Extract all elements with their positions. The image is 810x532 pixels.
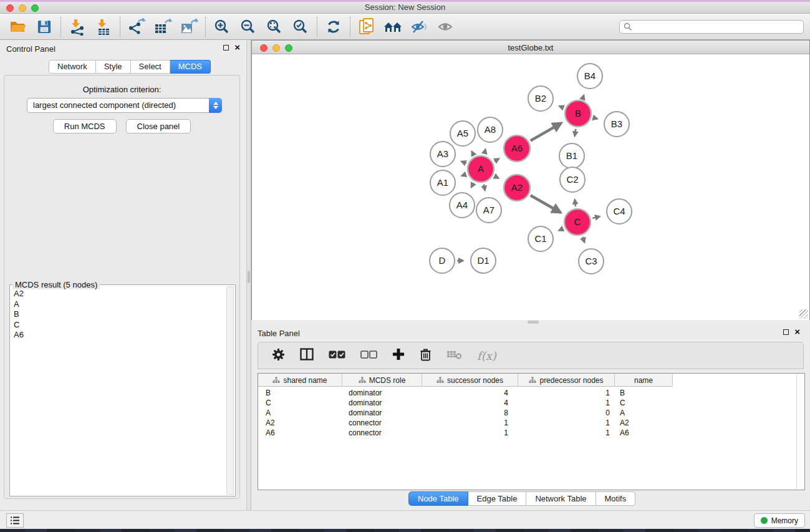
cell-predecessor-nodes[interactable]: 1 xyxy=(518,398,615,408)
table-row[interactable]: A dominator 8 0 A xyxy=(258,408,673,418)
tab-style[interactable]: Style xyxy=(96,60,131,74)
export-network-icon[interactable] xyxy=(123,16,150,38)
memory-button[interactable]: Memory xyxy=(754,513,805,528)
cell-mcds-role[interactable]: connector xyxy=(342,428,422,438)
cell-shared-name[interactable]: A6 xyxy=(258,428,342,438)
tab-mcds[interactable]: MCDS xyxy=(170,60,211,74)
edge-A-A5[interactable] xyxy=(472,152,474,155)
task-history-button[interactable] xyxy=(6,513,24,528)
save-icon[interactable] xyxy=(31,16,57,38)
edge-B-B4[interactable] xyxy=(583,95,584,99)
cell-predecessor-nodes[interactable]: 1 xyxy=(518,388,615,398)
cell-mcds-role[interactable]: dominator xyxy=(342,408,422,418)
table-settings-gear-icon[interactable] xyxy=(272,348,285,364)
close-panel-icon[interactable]: × xyxy=(234,44,240,51)
cell-name[interactable]: A xyxy=(615,408,673,418)
edge-A-A3[interactable] xyxy=(461,162,466,163)
edge-C-C4[interactable] xyxy=(592,216,600,218)
cell-successor-nodes[interactable]: 8 xyxy=(422,408,518,418)
cell-mcds-role[interactable]: dominator xyxy=(342,398,422,408)
export-table-icon[interactable] xyxy=(150,16,176,38)
edge-B-B2[interactable] xyxy=(559,106,564,108)
first-neighbors-icon[interactable] xyxy=(380,16,406,38)
column-header-predecessor-nodes[interactable]: predecessor nodes xyxy=(518,374,615,387)
edge-C-C1[interactable] xyxy=(559,228,563,230)
search-field[interactable] xyxy=(619,20,804,34)
cell-shared-name[interactable]: B xyxy=(258,388,342,398)
open-folder-icon[interactable] xyxy=(5,16,31,38)
edge-B-B3[interactable] xyxy=(593,118,597,119)
hide-selected-eye-icon[interactable] xyxy=(406,16,432,38)
cell-name[interactable]: C xyxy=(615,398,673,408)
edge-C-C3[interactable] xyxy=(582,237,584,243)
export-image-icon[interactable] xyxy=(176,16,202,38)
column-header-shared-name[interactable]: shared name xyxy=(258,374,342,387)
table-row[interactable]: A2 connector 1 1 A2 xyxy=(258,418,673,428)
tab-motifs[interactable]: Motifs xyxy=(596,491,636,506)
refresh-layout-icon[interactable] xyxy=(321,16,347,38)
edge-C-C2[interactable] xyxy=(575,200,576,206)
tab-select[interactable]: Select xyxy=(131,60,170,74)
table-scrollbar[interactable] xyxy=(796,374,804,489)
cell-predecessor-nodes[interactable]: 1 xyxy=(518,418,615,428)
result-item[interactable]: A6 xyxy=(11,330,225,341)
edge-A6-B[interactable] xyxy=(531,123,561,140)
create-column-plus-icon[interactable] xyxy=(392,348,405,363)
close-table-panel-icon[interactable]: × xyxy=(794,328,800,336)
column-header-mcds-role[interactable]: MCDS role xyxy=(342,374,422,387)
close-panel-button[interactable]: Close panel xyxy=(126,119,191,133)
result-item[interactable]: A2 xyxy=(11,289,225,299)
cell-name[interactable]: A6 xyxy=(615,428,673,438)
column-header-name[interactable]: name xyxy=(615,374,673,387)
criterion-select[interactable]: largest connected component (directed) xyxy=(27,98,222,113)
cell-successor-nodes[interactable]: 4 xyxy=(422,398,518,408)
tab-network-table[interactable]: Network Table xyxy=(526,491,595,506)
column-header-successor-nodes[interactable]: successor nodes xyxy=(422,374,518,387)
cell-mcds-role[interactable]: connector xyxy=(342,418,422,428)
show-all-eye-icon[interactable] xyxy=(432,16,458,38)
cell-successor-nodes[interactable]: 4 xyxy=(422,388,518,398)
result-scrollbar[interactable] xyxy=(226,286,234,495)
cell-successor-nodes[interactable]: 1 xyxy=(422,418,518,428)
import-network-icon[interactable] xyxy=(64,16,90,38)
tab-network[interactable]: Network xyxy=(49,60,96,74)
edge-B-B1[interactable] xyxy=(575,129,576,137)
cell-predecessor-nodes[interactable]: 1 xyxy=(518,428,615,438)
search-input[interactable] xyxy=(635,21,803,32)
cell-predecessor-nodes[interactable]: 0 xyxy=(518,408,615,418)
edge-A2-C[interactable] xyxy=(531,195,561,212)
run-mcds-button[interactable]: Run MCDS xyxy=(53,119,117,133)
float-panel-icon[interactable] xyxy=(223,45,229,51)
cell-shared-name[interactable]: A xyxy=(258,408,342,418)
cell-mcds-role[interactable]: dominator xyxy=(342,388,422,398)
edge-A-A2[interactable] xyxy=(494,176,498,178)
cell-shared-name[interactable]: C xyxy=(258,398,342,408)
zoom-fit-icon[interactable] xyxy=(261,16,287,38)
network-canvas[interactable]: B4B2BB3A5A8A6A3B1AC2A1A2A4A7C4CC1C3DD1 xyxy=(252,55,809,320)
tab-node-table[interactable]: Node Table xyxy=(408,491,468,506)
edge-A-A4[interactable] xyxy=(471,183,474,187)
table-row[interactable]: B dominator 4 1 B xyxy=(258,388,673,398)
cell-shared-name[interactable]: A2 xyxy=(258,418,342,428)
select-all-checkboxes-icon[interactable] xyxy=(329,350,345,361)
edge-A-A6[interactable] xyxy=(494,158,499,161)
deselect-all-checkboxes-icon[interactable] xyxy=(360,350,377,361)
network-window-titlebar[interactable]: testGlobe.txt xyxy=(252,41,809,54)
cell-successor-nodes[interactable]: 1 xyxy=(422,428,518,438)
zoom-out-icon[interactable] xyxy=(235,16,261,38)
delete-column-trash-icon[interactable] xyxy=(420,348,432,364)
new-network-icon[interactable] xyxy=(354,16,380,38)
cell-name[interactable]: A2 xyxy=(615,418,673,428)
cell-name[interactable]: B xyxy=(615,388,673,398)
zoom-in-icon[interactable] xyxy=(209,16,235,38)
panel-splitter-horizontal[interactable] xyxy=(251,320,810,324)
import-table-icon[interactable] xyxy=(90,16,117,38)
edge-A-A7[interactable] xyxy=(484,185,485,191)
resize-grip-icon[interactable] xyxy=(799,309,808,318)
float-table-panel-icon[interactable] xyxy=(783,329,789,335)
zoom-selected-icon[interactable] xyxy=(287,16,314,38)
edge-A-A1[interactable] xyxy=(461,174,466,176)
table-row[interactable]: A6 connector 1 1 A6 xyxy=(258,428,673,438)
show-columns-icon[interactable] xyxy=(300,348,314,363)
tab-edge-table[interactable]: Edge Table xyxy=(468,491,527,506)
